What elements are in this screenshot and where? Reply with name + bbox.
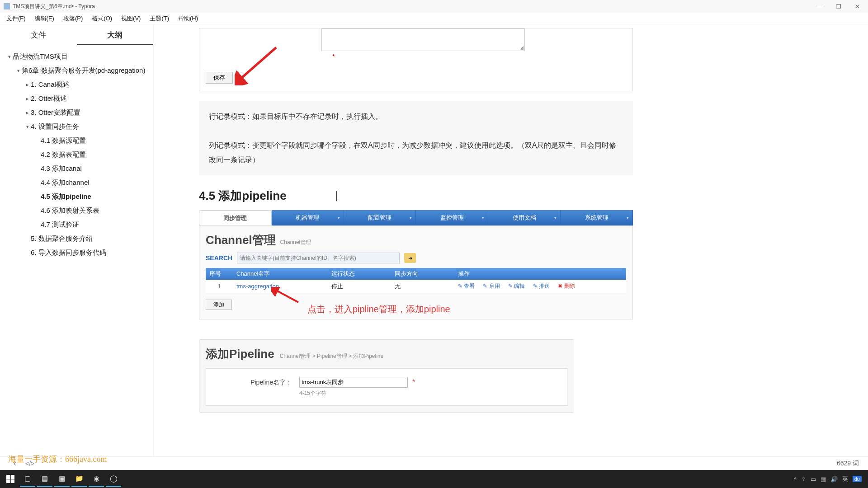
windows-taskbar[interactable]: ▢ ▤ ▣ 📁 ◉ ◯ ^ ⇪ ▭ ▦ 🔊 英 du: [0, 470, 868, 488]
tab-outline[interactable]: 大纲: [77, 30, 154, 45]
required-asterisk: *: [412, 378, 415, 386]
outline-item-4[interactable]: ▸3. Otter安装配置: [5, 106, 150, 120]
menu-format[interactable]: 格式(O): [88, 13, 116, 24]
add-button-graphic: 添加: [206, 300, 232, 310]
outline-item-7[interactable]: 4.2 数据表配置: [5, 148, 150, 162]
embedded-image-add-pipeline: 添加PipelineChannel管理 > Pipeline管理 > 添加Pip…: [199, 339, 574, 413]
outline-label: 4.7 测试验证: [41, 221, 149, 229]
menubar: 文件(F) 编辑(E) 段落(P) 格式(O) 视图(V) 主题(T) 帮助(H…: [0, 13, 868, 24]
caret-icon: ▸: [24, 82, 31, 88]
pipeline-name-label: Pipeline名字：: [215, 377, 292, 387]
outline-label: 4.4 添加channel: [41, 178, 149, 187]
system-tray[interactable]: ^ ⇪ ▭ ▦ 🔊 英 du: [794, 475, 865, 483]
breadcrumb: Channel管理: [280, 239, 311, 245]
tray-app-icon[interactable]: du: [853, 476, 862, 482]
caret-icon: ▸: [24, 96, 31, 102]
start-button[interactable]: [3, 471, 18, 487]
tab-config-mgmt: 配置管理▾: [344, 210, 416, 225]
required-asterisk: *: [332, 53, 335, 60]
outline-item-3[interactable]: ▸2. Otter概述: [5, 92, 150, 106]
outline-label: 4.6 添加映射关系表: [41, 206, 149, 215]
tab-monitor-mgmt: 监控管理▾: [416, 210, 488, 225]
tab-files[interactable]: 文件: [0, 30, 77, 45]
svg-line-1: [239, 47, 276, 80]
op-push: 推送: [533, 282, 550, 290]
save-button-graphic: 保存: [206, 72, 233, 84]
tray-ime[interactable]: 英: [842, 475, 848, 483]
outline-item-6[interactable]: 4.1 数据源配置: [5, 134, 150, 148]
text-cursor: [336, 191, 337, 201]
outline-item-14[interactable]: 6. 导入数据同步服务代码: [5, 246, 150, 260]
taskbar-chrome[interactable]: ◯: [106, 471, 121, 487]
taskbar-explorer[interactable]: 📁: [71, 471, 87, 487]
menu-view[interactable]: 视图(V): [118, 13, 144, 24]
outline-item-8[interactable]: 4.3 添加canal: [5, 162, 150, 176]
taskbar-app-5[interactable]: ◉: [89, 471, 104, 487]
menu-help[interactable]: 帮助(H): [175, 13, 202, 24]
menu-edit[interactable]: 编辑(E): [31, 13, 58, 24]
outline-item-13[interactable]: 5. 数据聚合服务介绍: [5, 232, 150, 246]
caret-icon: ▸: [24, 110, 31, 116]
arrow-annotation: [235, 45, 280, 85]
textarea-graphic: [321, 28, 525, 51]
outline-label: 4. 设置同步任务: [31, 122, 149, 131]
tray-usb-icon[interactable]: ⇪: [801, 476, 806, 483]
op-enable: 启用: [483, 282, 500, 290]
outline-label: 4.5 添加pipeline: [41, 192, 149, 201]
outline-label: 品达物流TMS项目: [13, 52, 149, 61]
outline-item-0[interactable]: ▾品达物流TMS项目: [5, 50, 150, 64]
menu-file[interactable]: 文件(F): [3, 13, 29, 24]
outline-label: 6. 导入数据同步服务代码: [31, 249, 149, 257]
editor-area[interactable]: * 保存 行记录模式：如果目标库中不存在记录时，执行插入。 列记录模式：变更哪个…: [154, 24, 868, 470]
outline-item-11[interactable]: 4.6 添加映射关系表: [5, 204, 150, 218]
pipeline-name-input-graphic: [299, 377, 408, 388]
arrow-annotation-2: [271, 287, 303, 305]
outline-label: 4.1 数据源配置: [41, 136, 149, 145]
taskbar-app-3[interactable]: ▣: [54, 471, 70, 487]
outline-label: 2. Otter概述: [31, 94, 149, 103]
embedded-image-save: * 保存: [199, 28, 633, 91]
note-line1: 行记录模式：如果目标库中不存在记录时，执行插入。: [209, 109, 623, 124]
tray-volume-icon[interactable]: 🔊: [830, 476, 838, 483]
caret-icon: ▾: [6, 54, 13, 60]
table-header: 序号 Channel名字 运行状态 同步方向 操作: [206, 268, 626, 280]
caret-icon: ▾: [15, 68, 22, 74]
search-input-graphic: [237, 253, 400, 263]
maximize-button[interactable]: ❐: [833, 2, 844, 11]
minimize-button[interactable]: —: [814, 2, 825, 11]
outline-tree: ▾品达物流TMS项目▾第6章 数据聚合服务开发(pd-aggregation)▸…: [0, 45, 153, 260]
op-delete: 删除: [558, 282, 575, 290]
menu-theme[interactable]: 主题(T): [146, 13, 173, 24]
annotation-text: 点击，进入pipline管理，添加pipline: [307, 303, 450, 315]
op-view: 查看: [458, 282, 475, 290]
tray-chevron-icon[interactable]: ^: [794, 476, 797, 483]
heading-text: 4.5 添加pipeline: [199, 188, 287, 204]
outline-label: 4.3 添加canal: [41, 164, 149, 173]
pipeline-name-hint: 4-15个字符: [299, 389, 415, 397]
taskbar-app-1[interactable]: ▢: [20, 471, 35, 487]
outline-item-1[interactable]: ▾第6章 数据聚合服务开发(pd-aggregation): [5, 64, 150, 78]
embedded-image-channel: 同步管理 机器管理▾ 配置管理▾ 监控管理▾ 使用文档▾ 系统管理▾ Chann…: [199, 210, 633, 319]
search-label: SEARCH: [206, 254, 232, 262]
breadcrumb-pipeline: Channel管理 > Pipeline管理 > 添加Pipeline: [280, 353, 383, 359]
outline-item-2[interactable]: ▸1. Canal概述: [5, 78, 150, 92]
outline-item-12[interactable]: 4.7 测试验证: [5, 218, 150, 232]
app-icon: [4, 3, 10, 9]
outline-item-5[interactable]: ▾4. 设置同步任务: [5, 120, 150, 134]
word-count[interactable]: 6629 词: [837, 460, 859, 468]
op-edit: 编辑: [508, 282, 525, 290]
table-row: 1 tms-aggregation 停止 无 查看 启用 编辑 推送 删除: [206, 280, 626, 293]
close-button[interactable]: ✕: [852, 2, 863, 11]
heading-4-5[interactable]: 4.5 添加pipeline: [199, 188, 633, 204]
taskbar-app-2[interactable]: ▤: [37, 471, 52, 487]
tray-network-icon[interactable]: ▦: [821, 476, 826, 483]
menu-paragraph[interactable]: 段落(P): [60, 13, 86, 24]
outline-item-10[interactable]: 4.5 添加pipeline: [5, 190, 150, 204]
tab-system-mgmt: 系统管理▾: [561, 210, 633, 225]
window-title: TMS项目讲义_第6章.md• - Typora: [13, 3, 814, 10]
search-go-icon: ➜: [404, 253, 416, 263]
tray-battery-icon[interactable]: ▭: [811, 476, 816, 483]
outline-label: 5. 数据聚合服务介绍: [31, 235, 149, 243]
tab-machine-mgmt: 机器管理▾: [272, 210, 344, 225]
outline-item-9[interactable]: 4.4 添加channel: [5, 176, 150, 190]
